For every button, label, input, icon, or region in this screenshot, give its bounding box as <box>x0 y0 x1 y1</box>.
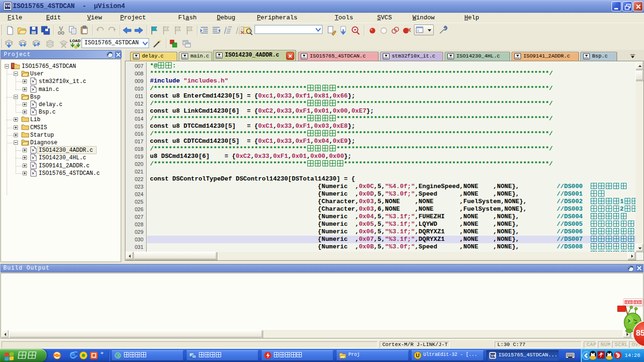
svg-text:LOAD: LOAD <box>70 39 81 43</box>
svg-text:V4: V4 <box>491 354 495 358</box>
svg-text:U: U <box>416 353 420 358</box>
